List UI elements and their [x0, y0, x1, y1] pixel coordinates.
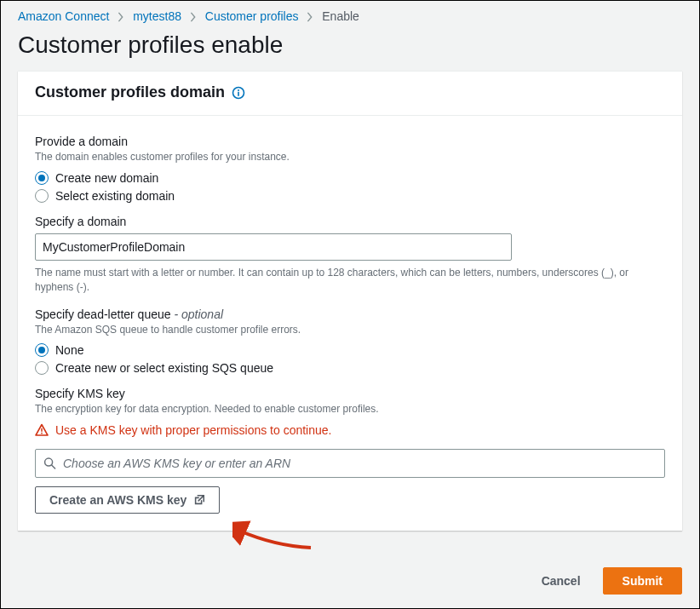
- breadcrumb-current: Enable: [322, 9, 359, 23]
- provide-domain-help: The domain enables customer profiles for…: [35, 150, 665, 164]
- svg-point-4: [41, 433, 43, 434]
- kms-warning-text: Use a KMS key with proper permissions to…: [55, 423, 331, 437]
- kms-key-search-wrap: [35, 449, 665, 478]
- card-header: Customer profiles domain: [18, 72, 682, 116]
- kms-label: Specify KMS key: [35, 387, 665, 400]
- kms-warning: Use a KMS key with proper permissions to…: [35, 423, 665, 437]
- domain-name-hint: The name must start with a letter or num…: [35, 266, 665, 296]
- external-link-icon: [193, 494, 205, 506]
- svg-point-1: [238, 89, 239, 91]
- radio-select-existing-domain[interactable]: Select existing domain: [35, 189, 665, 203]
- radio-icon: [35, 171, 49, 185]
- chevron-right-icon: [190, 12, 197, 22]
- radio-icon: [35, 343, 49, 357]
- radio-dlq-existing[interactable]: Create new or select existing SQS queue: [35, 361, 665, 375]
- svg-rect-2: [238, 91, 239, 95]
- create-kms-key-button[interactable]: Create an AWS KMS key: [35, 486, 220, 514]
- cancel-button[interactable]: Cancel: [535, 569, 588, 593]
- warning-icon: [35, 423, 49, 437]
- page-title: Customer profiles enable: [1, 28, 699, 71]
- radio-icon: [35, 189, 49, 203]
- specify-domain-label: Specify a domain: [35, 215, 665, 228]
- kms-key-section: Specify KMS key The encryption key for d…: [35, 387, 665, 514]
- card-title: Customer profiles domain: [35, 83, 225, 101]
- provide-domain-label: Provide a domain: [35, 135, 665, 148]
- provide-domain-section: Provide a domain The domain enables cust…: [35, 135, 665, 203]
- form-footer: Cancel Submit: [535, 567, 682, 595]
- svg-line-6: [52, 465, 55, 468]
- submit-button[interactable]: Submit: [603, 567, 682, 595]
- domain-name-input[interactable]: [35, 233, 512, 261]
- radio-label: None: [55, 343, 83, 357]
- dlq-label-text: Specify dead-letter queue: [35, 307, 171, 321]
- radio-create-new-domain[interactable]: Create new domain: [35, 171, 665, 185]
- chevron-right-icon: [307, 12, 313, 22]
- dlq-help: The Amazon SQS queue to handle customer …: [35, 323, 665, 337]
- kms-help: The encryption key for data encryption. …: [35, 402, 665, 417]
- search-icon: [43, 457, 56, 470]
- breadcrumb-link-customer-profiles[interactable]: Customer profiles: [205, 9, 299, 23]
- customer-profiles-domain-card: Customer profiles domain Provide a domai…: [18, 71, 682, 531]
- dlq-label: Specify dead-letter queue - optional: [35, 307, 665, 321]
- specify-domain-section: Specify a domain The name must start wit…: [35, 215, 665, 296]
- radio-icon: [35, 361, 49, 375]
- dead-letter-queue-section: Specify dead-letter queue - optional The…: [35, 307, 665, 376]
- radio-label: Create new or select existing SQS queue: [55, 361, 273, 375]
- create-kms-key-label: Create an AWS KMS key: [49, 493, 186, 507]
- kms-key-input[interactable]: [35, 449, 665, 478]
- info-icon[interactable]: [232, 86, 245, 100]
- radio-label: Create new domain: [55, 171, 158, 185]
- chevron-right-icon: [118, 12, 124, 22]
- dlq-optional-suffix: - optional: [171, 307, 223, 321]
- svg-rect-3: [41, 428, 43, 432]
- breadcrumb-link-instance[interactable]: mytest88: [133, 9, 181, 23]
- radio-label: Select existing domain: [55, 189, 175, 203]
- breadcrumb: Amazon Connect mytest88 Customer profile…: [1, 1, 699, 28]
- breadcrumb-link-amazon-connect[interactable]: Amazon Connect: [18, 9, 109, 23]
- radio-dlq-none[interactable]: None: [35, 343, 665, 357]
